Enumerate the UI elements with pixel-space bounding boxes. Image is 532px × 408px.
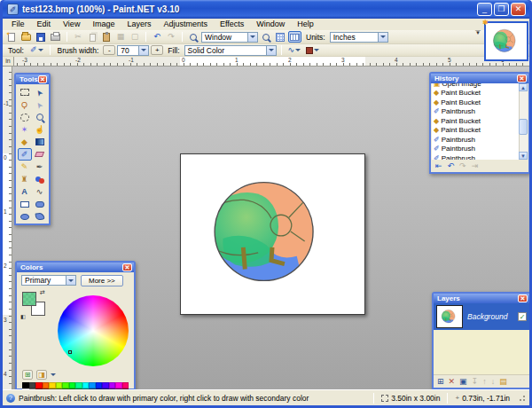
tool-pan[interactable]: ☝ bbox=[33, 123, 47, 136]
merge-layer-down-button[interactable]: ↧ bbox=[472, 377, 479, 386]
palette-swatch[interactable] bbox=[102, 382, 109, 388]
zoom-combo-arrow[interactable] bbox=[247, 33, 257, 42]
palette-swatch[interactable] bbox=[102, 388, 109, 389]
tool-ellipse[interactable] bbox=[18, 210, 32, 223]
palette-swatch[interactable] bbox=[109, 388, 116, 389]
palette-swatch[interactable] bbox=[96, 388, 103, 389]
tool-freeform-shape[interactable] bbox=[33, 210, 47, 223]
palette-swatch[interactable] bbox=[69, 388, 76, 389]
units-combo[interactable]: Inches bbox=[330, 32, 388, 43]
palette-swatch[interactable] bbox=[115, 382, 122, 388]
rulers-toggle-button[interactable] bbox=[288, 31, 301, 43]
zoom-combo[interactable]: Window bbox=[201, 32, 258, 43]
swap-colors-icon[interactable]: ⇄ bbox=[40, 289, 45, 296]
palette-swatch[interactable] bbox=[49, 388, 56, 389]
more-button[interactable]: More >> bbox=[81, 275, 123, 286]
scroll-up-arrow[interactable]: ▲ bbox=[519, 83, 528, 91]
brush-width-decrease-button[interactable]: - bbox=[103, 45, 115, 55]
fill-combo-arrow[interactable] bbox=[266, 46, 276, 55]
antialiasing-button[interactable]: ∿ bbox=[286, 44, 303, 56]
tool-magic-wand[interactable]: ✶ bbox=[18, 123, 32, 136]
tool-gradient[interactable] bbox=[33, 136, 47, 148]
palette-swatch[interactable] bbox=[75, 382, 82, 388]
history-undo-button[interactable]: ↶ bbox=[448, 161, 455, 170]
history-item[interactable]: ✐Paintbrush bbox=[432, 107, 528, 117]
image-list-chevron-icon[interactable]: —▼ bbox=[475, 29, 481, 35]
paste-button[interactable] bbox=[100, 31, 113, 43]
palette-swatch[interactable] bbox=[43, 382, 50, 388]
tool-move-selection[interactable]: ➤ bbox=[33, 98, 47, 111]
palette-swatch[interactable] bbox=[43, 388, 50, 389]
layer-properties-button[interactable]: ▤ bbox=[499, 377, 507, 386]
history-redo-button[interactable]: ↷ bbox=[459, 161, 466, 170]
history-item[interactable]: ✐Paintbrush bbox=[432, 145, 528, 154]
layer-row-background[interactable]: Background ✓ bbox=[434, 303, 529, 330]
units-combo-arrow[interactable] bbox=[378, 33, 387, 42]
menu-item-image[interactable]: Image bbox=[86, 19, 121, 30]
move-layer-down-button[interactable]: ↓ bbox=[491, 377, 496, 386]
tool-clone-stamp[interactable]: ♜ bbox=[18, 173, 32, 185]
minimize-button[interactable]: _ bbox=[477, 3, 492, 16]
tool-recolor[interactable] bbox=[33, 173, 47, 185]
delete-layer-button[interactable]: ✕ bbox=[449, 377, 456, 386]
grid-toggle-button[interactable] bbox=[274, 31, 286, 43]
palette-swatch[interactable] bbox=[56, 388, 63, 389]
palette-swatch[interactable] bbox=[89, 382, 96, 388]
palette-swatch[interactable] bbox=[29, 388, 36, 389]
palette-swatch[interactable] bbox=[69, 382, 76, 388]
open-button[interactable] bbox=[20, 31, 33, 43]
history-item[interactable]: ✐Paintbrush bbox=[432, 135, 528, 145]
tool-text[interactable]: A bbox=[18, 185, 32, 198]
history-rewind-button[interactable]: ⇤ bbox=[435, 161, 442, 170]
layer-visibility-checkbox[interactable]: ✓ bbox=[518, 312, 527, 321]
tool-zoom[interactable] bbox=[33, 111, 47, 123]
move-layer-up-button[interactable]: ↑ bbox=[482, 377, 487, 386]
palette-swatch[interactable] bbox=[96, 382, 103, 388]
history-scrollbar[interactable]: ▲ ▼ bbox=[519, 83, 528, 160]
palette-swatch[interactable] bbox=[115, 388, 122, 389]
print-button[interactable] bbox=[49, 31, 62, 43]
crop-button[interactable]: ▦ bbox=[114, 31, 127, 43]
duplicate-layer-button[interactable]: ▣ bbox=[459, 377, 467, 386]
resize-grip[interactable] bbox=[519, 395, 526, 402]
scroll-down-arrow[interactable]: ▼ bbox=[519, 152, 528, 160]
blend-mode-button[interactable] bbox=[304, 44, 321, 56]
add-layer-button[interactable]: ⊞ bbox=[437, 377, 444, 386]
tool-rectangle[interactable] bbox=[18, 198, 32, 210]
fill-combo[interactable]: Solid Color bbox=[184, 45, 277, 56]
canvas[interactable] bbox=[180, 153, 365, 315]
brush-width-increase-button[interactable]: + bbox=[151, 45, 163, 55]
menu-item-adjustments[interactable]: Adjustments bbox=[157, 19, 214, 30]
reset-colors-icon[interactable]: ◧ bbox=[20, 313, 26, 319]
primary-color-swatch[interactable] bbox=[22, 292, 36, 306]
palette-swatch[interactable] bbox=[22, 382, 29, 388]
menu-item-file[interactable]: File bbox=[5, 19, 31, 30]
colors-palette-close-button[interactable]: ✕ bbox=[122, 263, 132, 271]
history-item[interactable]: ◆Paint Bucket bbox=[432, 126, 528, 136]
tool-paintbrush[interactable]: ✐ bbox=[18, 148, 32, 161]
brush-width-combo[interactable]: 70 bbox=[117, 45, 149, 56]
image-tab-thumbnail[interactable]: ✱ bbox=[484, 21, 528, 61]
palette-menu-button[interactable]: ◨ bbox=[36, 370, 47, 380]
tool-eraser[interactable] bbox=[33, 148, 47, 161]
brush-width-combo-arrow[interactable] bbox=[138, 46, 148, 55]
history-item[interactable]: ◆Paint Bucket bbox=[432, 98, 528, 107]
layers-palette-titlebar[interactable]: Layers ✕ bbox=[434, 294, 529, 303]
save-button[interactable] bbox=[35, 31, 47, 43]
palette-swatch[interactable] bbox=[56, 382, 63, 388]
tools-palette-titlebar[interactable]: Tools ✕ bbox=[16, 75, 49, 84]
history-fastforward-button[interactable]: ⇥ bbox=[472, 161, 479, 170]
palette-swatch[interactable] bbox=[29, 382, 36, 388]
menu-item-help[interactable]: Help bbox=[291, 19, 320, 30]
colors-palette-titlebar[interactable]: Colors ✕ bbox=[17, 263, 134, 272]
title-bar[interactable]: ✐ test123.bmp (100%) - Paint.NET v3.10 _… bbox=[3, 0, 529, 19]
palette-swatch[interactable] bbox=[22, 388, 29, 389]
palette-swatch[interactable] bbox=[62, 382, 69, 388]
zoom-in-button[interactable] bbox=[260, 31, 272, 43]
close-button[interactable]: ✕ bbox=[511, 3, 526, 16]
add-color-button[interactable]: ⊞ bbox=[22, 370, 33, 380]
palette-swatch[interactable] bbox=[82, 382, 90, 388]
tool-color-picker[interactable]: ✒ bbox=[33, 161, 47, 173]
palette-swatch[interactable] bbox=[75, 388, 82, 389]
palette-swatch[interactable] bbox=[122, 382, 129, 388]
